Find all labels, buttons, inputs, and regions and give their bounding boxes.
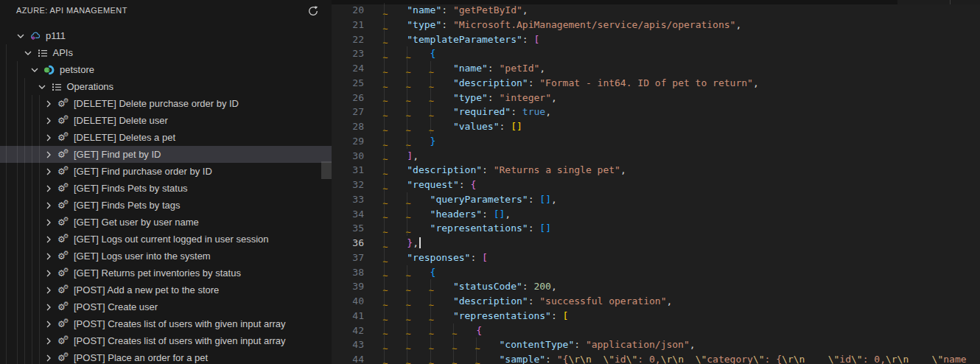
gears-icon: ⚙⚙ — [57, 284, 69, 296]
chevron-right-icon[interactable] — [43, 318, 55, 330]
chevron-right-icon[interactable] — [43, 234, 55, 245]
chevron-down-icon[interactable] — [15, 30, 27, 42]
token-s: : 0, — [637, 354, 660, 364]
chevron-right-icon[interactable] — [43, 284, 55, 296]
line-number: 34 — [332, 207, 364, 222]
json-editor[interactable]: 2021222324252627282930313233343536373839… — [332, 0, 980, 364]
tree-item-label: [GET] Logs out current logged in user se… — [74, 234, 268, 245]
chevron-down-icon[interactable] — [29, 64, 41, 76]
tree-item-get-logs-user-into-the-system[interactable]: ⚙⚙[GET] Logs user into the system — [0, 248, 332, 265]
chevron-right-icon[interactable] — [43, 217, 55, 228]
tree-item-delete-delete-purchase-order-by-id[interactable]: ⚙⚙[DELETE] Delete purchase order by ID — [0, 95, 332, 112]
code-line[interactable]: "description": "Returns a single pet", — [384, 163, 967, 178]
code-line[interactable]: "headers": [], — [384, 207, 967, 222]
tab-whitespace — [476, 352, 499, 364]
code-line[interactable]: "values": [] — [384, 119, 967, 134]
token-s: "application/json" — [586, 339, 690, 350]
tree-item-get-returns-pet-inventories-by-status[interactable]: ⚙⚙[GET] Returns pet inventories by statu… — [0, 265, 332, 281]
chevron-right-icon[interactable] — [43, 251, 55, 262]
code-line[interactable]: }, — [384, 236, 967, 251]
operation-icon-wrap: ⚙⚙ — [57, 301, 69, 313]
code-line[interactable]: "representations": [] — [384, 221, 967, 236]
tree-item-post-place-an-order-for-a-pet[interactable]: ⚙⚙[POST] Place an order for a pet — [0, 349, 332, 364]
token-p: , — [545, 106, 551, 117]
tree-item-delete-deletes-a-pet[interactable]: ⚙⚙[DELETE] Deletes a pet — [0, 129, 332, 146]
code-line[interactable]: "contentType": "application/json", — [384, 337, 967, 352]
chevron-right-icon[interactable] — [43, 335, 55, 347]
tab-whitespace — [384, 3, 407, 18]
code-line[interactable]: "templateParameters": [ — [384, 32, 967, 47]
code-line[interactable]: "sample": "{\r\n \"id\": 0,\r\n \"catego… — [384, 352, 967, 364]
chevron-right-icon[interactable] — [43, 301, 55, 313]
tree-item-label: [DELETE] Deletes a pet — [74, 132, 175, 143]
chevron-down-icon[interactable] — [22, 47, 34, 59]
line-number: 36 — [332, 236, 364, 251]
chevron-right-icon[interactable] — [43, 132, 55, 144]
chevron-right-icon[interactable] — [43, 115, 55, 127]
token-s: "Microsoft.ApiManagement/service/apis/op… — [453, 19, 736, 30]
line-number: 43 — [332, 337, 364, 352]
code-line[interactable]: "description": "Format - int64. ID of pe… — [384, 76, 967, 91]
chevron-right-icon[interactable] — [43, 149, 55, 161]
code-line[interactable]: { — [384, 265, 967, 280]
token-k: "contentType" — [499, 339, 574, 350]
chevron-down-icon[interactable] — [36, 81, 48, 93]
token-p: , — [413, 150, 419, 161]
line-number: 40 — [332, 294, 364, 309]
line-number: 30 — [332, 149, 364, 164]
tree-item-post-add-a-new-pet-to-the-store[interactable]: ⚙⚙[POST] Add a new pet to the store — [0, 281, 332, 298]
tree-item-post-create-user[interactable]: ⚙⚙[POST] Create user — [0, 298, 332, 315]
tree-item-get-find-pet-by-id[interactable]: ⚙⚙[GET] Find pet by ID — [0, 146, 332, 163]
tree-item-operations[interactable]: Operations — [0, 78, 332, 95]
tree-item-petstore[interactable]: petstore — [0, 61, 332, 78]
code-line[interactable]: "statusCode": 200, — [384, 279, 967, 294]
tab-whitespace — [384, 134, 407, 149]
tree-item-p111[interactable]: p111 — [0, 27, 332, 44]
line-number: 23 — [332, 46, 364, 61]
code-line[interactable]: "description": "successful operation", — [384, 294, 967, 309]
code-line[interactable]: "queryParameters": [], — [384, 192, 967, 207]
sidebar-scrollbar-thumb[interactable] — [321, 161, 332, 179]
code-line[interactable]: "name": "petId", — [384, 61, 967, 76]
line-number: 28 — [332, 119, 364, 134]
tree-item-apis[interactable]: APIs — [0, 44, 332, 61]
tree-item-delete-delete-user[interactable]: ⚙⚙[DELETE] Delete user — [0, 112, 332, 129]
tree-indent-guide — [39, 95, 40, 364]
chevron-right-icon[interactable] — [43, 166, 55, 178]
tree-item-label: [POST] Creates list of users with given … — [74, 335, 286, 346]
tree-item-get-finds-pets-by-status[interactable]: ⚙⚙[GET] Finds Pets by status — [0, 180, 332, 197]
code-line[interactable]: "name": "getPetById", — [384, 3, 967, 18]
editor-code-area[interactable]: "name": "getPetById","type": "Microsoft.… — [384, 3, 967, 364]
token-p: , — [666, 295, 672, 307]
code-line[interactable]: "request": { — [384, 178, 967, 192]
code-line[interactable]: { — [384, 46, 967, 61]
tree-item-get-finds-pets-by-tags[interactable]: ⚙⚙[GET] Finds Pets by tags — [0, 197, 332, 214]
code-line[interactable]: { — [384, 323, 967, 338]
token-k: "responses" — [407, 252, 470, 263]
code-line[interactable]: "representations": [ — [384, 309, 967, 323]
code-line[interactable]: ], — [384, 149, 967, 164]
api-management-tree: p111 APIs petstore Operations ⚙⚙[DELETE]… — [0, 27, 332, 364]
chevron-right-icon[interactable] — [43, 200, 55, 211]
gears-icon: ⚙⚙ — [57, 267, 69, 279]
chevron-right-icon[interactable] — [43, 98, 55, 110]
tree-item-get-logs-out-current-logged-in-user-session[interactable]: ⚙⚙[GET] Logs out current logged in user … — [0, 231, 332, 248]
refresh-button[interactable] — [306, 4, 321, 18]
tree-item-post-creates-list-of-users-with-given-input-array[interactable]: ⚙⚙[POST] Creates list of users with give… — [0, 315, 332, 332]
code-line[interactable]: } — [384, 134, 967, 149]
tab-whitespace — [407, 221, 430, 236]
chevron-right-icon[interactable] — [43, 183, 55, 195]
code-line[interactable]: "responses": [ — [384, 251, 967, 265]
tab-whitespace — [476, 337, 499, 352]
chevron-right-icon[interactable] — [43, 267, 55, 279]
tab-whitespace — [384, 149, 407, 164]
code-line[interactable]: "type": "Microsoft.ApiManagement/service… — [384, 18, 967, 32]
token-p: , — [620, 164, 626, 175]
code-line[interactable]: "type": "integer", — [384, 91, 967, 105]
chevron-right-icon[interactable] — [43, 352, 55, 364]
tree-item-get-find-purchase-order-by-id[interactable]: ⚙⚙[GET] Find purchase order by ID — [0, 163, 332, 180]
gears-icon: ⚙⚙ — [57, 217, 69, 228]
tree-item-get-get-user-by-user-name[interactable]: ⚙⚙[GET] Get user by user name — [0, 214, 332, 231]
tree-item-post-creates-list-of-users-with-given-input-array[interactable]: ⚙⚙[POST] Creates list of users with give… — [0, 332, 332, 349]
code-line[interactable]: "required": true, — [384, 105, 967, 119]
